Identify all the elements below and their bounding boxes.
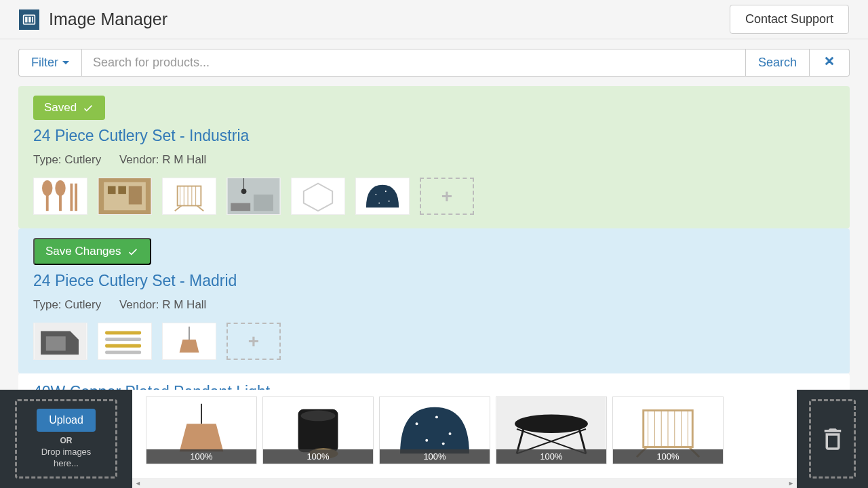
upload-button[interactable]: Upload <box>37 409 96 432</box>
trash-icon <box>818 425 847 453</box>
svg-rect-28 <box>254 195 273 211</box>
svg-rect-16 <box>163 178 215 214</box>
contact-support-button[interactable]: Contact Support <box>730 5 849 34</box>
svg-point-53 <box>301 411 336 422</box>
filter-label: Filter <box>31 56 58 70</box>
svg-point-35 <box>389 201 390 202</box>
svg-point-27 <box>241 188 247 194</box>
gallery-item[interactable]: 100% <box>146 396 257 464</box>
gallery-item[interactable]: 100% <box>379 396 490 464</box>
svg-point-58 <box>449 432 452 435</box>
product-thumbnails: + <box>33 178 835 215</box>
top-bar-left: Image Manager <box>19 9 167 30</box>
product-vendor: Vendor: R M Hall <box>119 153 207 166</box>
svg-point-62 <box>515 414 588 432</box>
app-title: Image Manager <box>49 9 167 29</box>
trash-dropzone[interactable] <box>797 390 868 488</box>
product-title-link[interactable]: 24 Piece Cutlery Set - Industria <box>33 127 835 145</box>
svg-rect-44 <box>105 350 141 354</box>
status-label: Saved <box>44 101 77 115</box>
add-image-button[interactable]: + <box>226 323 281 360</box>
plus-icon: + <box>248 331 259 352</box>
product-vendor: Vendor: R M Hall <box>119 298 207 311</box>
svg-rect-8 <box>59 192 62 211</box>
gallery-progress-label: 100% <box>380 449 490 464</box>
svg-rect-39 <box>46 336 66 350</box>
product-meta: Type: Cutlery Vendor: R M Hall <box>33 298 835 312</box>
svg-point-36 <box>378 203 380 204</box>
svg-point-57 <box>435 415 438 418</box>
add-image-button[interactable]: + <box>420 178 474 215</box>
svg-rect-29 <box>231 203 250 211</box>
gallery-progress-label: 100% <box>496 449 606 464</box>
clear-icon <box>823 55 835 67</box>
search-input[interactable] <box>81 49 746 77</box>
app-logo <box>19 9 39 30</box>
svg-rect-3 <box>32 16 33 22</box>
svg-rect-13 <box>108 186 116 195</box>
drop-hint: Drop imageshere... <box>41 447 92 470</box>
save-changes-button[interactable]: Save Changes <box>33 238 151 265</box>
upload-dropzone[interactable]: Upload OR Drop imageshere... <box>0 390 132 488</box>
product-thumbnail[interactable] <box>33 323 87 360</box>
product-thumbnail[interactable] <box>33 178 87 215</box>
product-meta: Type: Cutlery Vendor: R M Hall <box>33 153 835 167</box>
search-bar: Filter Search <box>0 39 868 86</box>
product-title-link[interactable]: 24 Piece Cutlery Set - Madrid <box>33 272 835 290</box>
top-bar: Image Manager Contact Support <box>0 0 868 39</box>
svg-point-59 <box>425 439 428 442</box>
bottom-tray: Upload OR Drop imageshere... 100% 100% 1… <box>0 390 868 488</box>
svg-rect-15 <box>129 186 142 205</box>
svg-marker-47 <box>180 340 199 352</box>
product-thumbnail move  <div class=[interactable] <box>162 323 216 360</box>
product-thumbnail[interactable] <box>226 178 281 215</box>
product-card: Saved 24 Piece Cutlery Set - Industria T… <box>18 86 850 228</box>
product-thumbnails: + <box>33 323 835 360</box>
svg-rect-10 <box>75 184 77 211</box>
saved-badge: Saved <box>33 96 105 120</box>
svg-point-33 <box>375 194 376 195</box>
gallery-scrollbar[interactable] <box>132 479 797 488</box>
product-thumbnail[interactable] <box>98 323 152 360</box>
svg-rect-1 <box>25 16 27 22</box>
product-type: Type: Cutlery <box>33 153 101 166</box>
product-card: Save Changes 24 Piece Cutlery Set - Madr… <box>18 228 850 373</box>
svg-rect-6 <box>46 192 49 211</box>
check-icon <box>127 245 139 258</box>
clear-search-button[interactable] <box>810 49 850 77</box>
svg-point-34 <box>385 190 387 192</box>
status-label: Save Changes <box>45 245 121 258</box>
products-list: Saved 24 Piece Cutlery Set - Industria T… <box>0 86 868 423</box>
gallery-item[interactable]: 100% <box>496 396 607 464</box>
svg-point-56 <box>416 422 418 425</box>
gallery-progress-label: 100% <box>146 449 256 464</box>
filter-dropdown-button[interactable]: Filter <box>18 49 81 77</box>
or-label: OR <box>60 436 73 445</box>
svg-rect-14 <box>118 186 126 195</box>
gallery-progress-label: 100% <box>613 449 723 464</box>
svg-point-60 <box>442 443 445 445</box>
svg-rect-41 <box>105 331 141 335</box>
svg-rect-2 <box>28 16 31 22</box>
gallery-item[interactable]: 100% <box>612 396 724 464</box>
product-thumbnail[interactable] <box>162 178 216 215</box>
gallery-item[interactable]: 100% <box>262 396 374 464</box>
caret-down-icon <box>62 61 69 64</box>
product-thumbnail[interactable] <box>355 178 410 215</box>
gallery-row: 100% 100% 100% 100% 100% <box>132 390 797 479</box>
product-thumbnail[interactable] <box>291 178 345 215</box>
search-button[interactable]: Search <box>746 49 810 77</box>
gallery-progress-label: 100% <box>263 449 373 464</box>
check-icon <box>82 102 94 114</box>
gallery-strip: 100% 100% 100% 100% 100% <box>132 390 797 488</box>
svg-rect-9 <box>70 184 73 211</box>
product-type: Type: Cutlery <box>33 298 101 311</box>
plus-icon: + <box>441 186 452 207</box>
product-thumbnail[interactable] <box>98 178 152 215</box>
svg-rect-43 <box>105 344 141 348</box>
svg-rect-42 <box>105 338 141 341</box>
svg-marker-50 <box>180 424 224 451</box>
